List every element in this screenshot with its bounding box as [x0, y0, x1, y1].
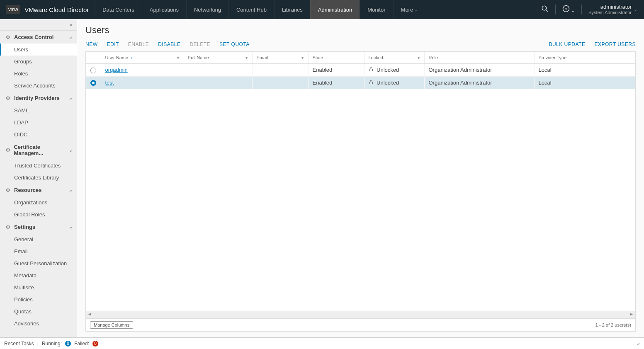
bulk-update-button[interactable]: BULK UPDATE — [549, 41, 585, 47]
manage-columns-button[interactable]: Manage Columns — [90, 321, 133, 329]
sidebar-item-organizations[interactable]: Organizations — [0, 196, 77, 208]
svg-rect-4 — [369, 69, 372, 71]
sidebar-item-ldap[interactable]: LDAP — [0, 116, 77, 128]
export-users-button[interactable]: EXPORT USERS — [594, 41, 636, 47]
action-bar: NEWEDITENABLEDISABLEDELETESET QUOTA BULK… — [85, 41, 636, 47]
sidebar-item-global-roles[interactable]: Global Roles — [0, 208, 77, 221]
top-nav: Data CentersApplicationsNetworkingConten… — [95, 0, 425, 19]
nav-section-certificate-managem-[interactable]: ⚙Certificate Managem...⌄ — [0, 141, 77, 160]
table-row[interactable]: testEnabled UnlockedOrganization Adminis… — [86, 76, 635, 89]
nav-section-access-control[interactable]: ⚙Access Control⌄ — [0, 31, 77, 44]
sidebar-collapse-button[interactable]: « — [0, 19, 77, 31]
cell-state: Enabled — [308, 76, 364, 89]
row-select[interactable] — [86, 64, 101, 77]
cell-provider: Local — [534, 64, 635, 77]
column-header-user-name[interactable]: User Name↑▼ — [101, 52, 184, 64]
sidebar-item-roles[interactable]: Roles — [0, 68, 77, 80]
column-header-locked[interactable]: Locked▼ — [364, 52, 424, 64]
filter-icon[interactable]: ▼ — [245, 56, 249, 60]
sidebar-item-multisite[interactable]: Multisite — [0, 281, 77, 293]
expand-tasks-icon[interactable]: » — [637, 341, 640, 347]
topnav-applications[interactable]: Applications — [142, 0, 186, 19]
product-name: VMware Cloud Director — [24, 6, 89, 13]
section-icon: ⚙ — [6, 187, 12, 193]
chevron-down-icon: ⌄ — [69, 224, 73, 230]
failed-label: Failed: — [74, 341, 89, 347]
search-icon[interactable] — [541, 5, 549, 14]
username-link[interactable]: orgadmin — [105, 67, 128, 73]
grid-footer: Manage Columns 1 - 2 of 2 users(s) — [86, 318, 635, 331]
cell-state: Enabled — [308, 64, 364, 77]
sidebar-item-service-accounts[interactable]: Service Accounts — [0, 80, 77, 92]
topnav-administration[interactable]: Administration — [310, 0, 360, 19]
disable-button[interactable]: DISABLE — [158, 41, 180, 47]
cell-username: orgadmin — [101, 64, 184, 77]
filter-icon[interactable]: ▼ — [301, 56, 305, 60]
filter-icon[interactable]: ▼ — [176, 56, 180, 60]
userrole-label: System Administrator — [588, 10, 632, 15]
unlock-icon — [369, 80, 374, 86]
unlock-icon — [369, 67, 374, 73]
sidebar-item-email[interactable]: Email — [0, 245, 77, 257]
vmware-logo-badge: vmw — [6, 5, 20, 14]
topnav-data-centers[interactable]: Data Centers — [95, 0, 142, 19]
chevron-down-icon: ⌄ — [415, 7, 418, 12]
topnav-libraries[interactable]: Libraries — [274, 0, 310, 19]
sidebar-item-trusted-certificates[interactable]: Trusted Certificates — [0, 160, 77, 172]
radio-button[interactable] — [90, 68, 96, 73]
row-count-label: 1 - 2 of 2 users(s) — [595, 322, 631, 327]
topnav-content-hub[interactable]: Content Hub — [228, 0, 274, 19]
filter-icon[interactable]: ▼ — [417, 56, 421, 60]
new-button[interactable]: NEW — [85, 41, 98, 47]
username-label: administrator — [588, 4, 632, 10]
sidebar-item-groups[interactable]: Groups — [0, 56, 77, 68]
cell-role: Organization Administrator — [424, 76, 534, 89]
sidebar-item-oidc[interactable]: OIDC — [0, 128, 77, 141]
sort-ascending-icon: ↑ — [131, 56, 133, 60]
topnav-networking[interactable]: Networking — [186, 0, 228, 19]
svg-rect-5 — [369, 82, 372, 84]
chevron-down-icon: ⌄ — [69, 95, 73, 101]
nav-section-identity-providers[interactable]: ⚙Identity Providers⌄ — [0, 92, 77, 104]
topnav-more[interactable]: More⌄ — [393, 0, 426, 19]
topbar-right: ? ⌄ administrator System Administrator ⌄ — [535, 4, 644, 16]
nav-section-resources[interactable]: ⚙Resources⌄ — [0, 184, 77, 196]
sidebar-item-policies[interactable]: Policies — [0, 293, 77, 305]
cell-provider: Local — [534, 76, 635, 89]
svg-text:?: ? — [565, 7, 567, 11]
edit-button[interactable]: EDIT — [107, 41, 119, 47]
sidebar-item-quotas[interactable]: Quotas — [0, 305, 77, 317]
recent-tasks-label[interactable]: Recent Tasks — [4, 341, 34, 347]
cell-locked: Unlocked — [364, 64, 424, 77]
delete-button: DELETE — [190, 41, 210, 47]
sidebar-item-metadata[interactable]: Metadata — [0, 269, 77, 281]
username-link[interactable]: test — [105, 80, 114, 86]
user-menu[interactable]: administrator System Administrator ⌄ — [588, 4, 637, 16]
column-header-email[interactable]: Email▼ — [252, 52, 308, 64]
logo-area: vmw VMware Cloud Director — [0, 5, 95, 14]
column-header-provider-type[interactable]: Provider Type — [534, 52, 635, 64]
sidebar-item-general[interactable]: General — [0, 233, 77, 245]
radio-button[interactable] — [90, 80, 96, 86]
column-header-state[interactable]: State — [308, 52, 364, 64]
column-header-role[interactable]: Role — [424, 52, 534, 64]
sidebar-item-users[interactable]: Users — [0, 44, 77, 56]
section-icon: ⚙ — [6, 147, 11, 153]
topnav-monitor[interactable]: Monitor — [360, 0, 393, 19]
sidebar-item-guest-personalization[interactable]: Guest Personalization — [0, 257, 77, 269]
row-select[interactable] — [86, 76, 101, 89]
failed-count-badge: 0 — [92, 341, 98, 347]
column-header-full-name[interactable]: Full Name▼ — [184, 52, 252, 64]
help-icon[interactable]: ? ⌄ — [562, 5, 575, 14]
sidebar-item-advisories[interactable]: Advisories — [0, 317, 77, 330]
sidebar-item-certificates-library[interactable]: Certificates Library — [0, 172, 77, 184]
set-quota-button[interactable]: SET QUOTA — [219, 41, 250, 47]
sidebar-item-saml[interactable]: SAML — [0, 104, 77, 116]
horizontal-scrollbar[interactable] — [86, 311, 635, 318]
chevron-down-icon: ⌄ — [69, 34, 73, 40]
content-area: Users NEWEDITENABLEDISABLEDELETESET QUOT… — [77, 19, 644, 337]
nav-section-settings[interactable]: ⚙Settings⌄ — [0, 221, 77, 233]
enable-button: ENABLE — [128, 41, 149, 47]
table-row[interactable]: orgadminEnabled UnlockedOrganization Adm… — [86, 64, 635, 77]
cell-email — [252, 76, 308, 89]
